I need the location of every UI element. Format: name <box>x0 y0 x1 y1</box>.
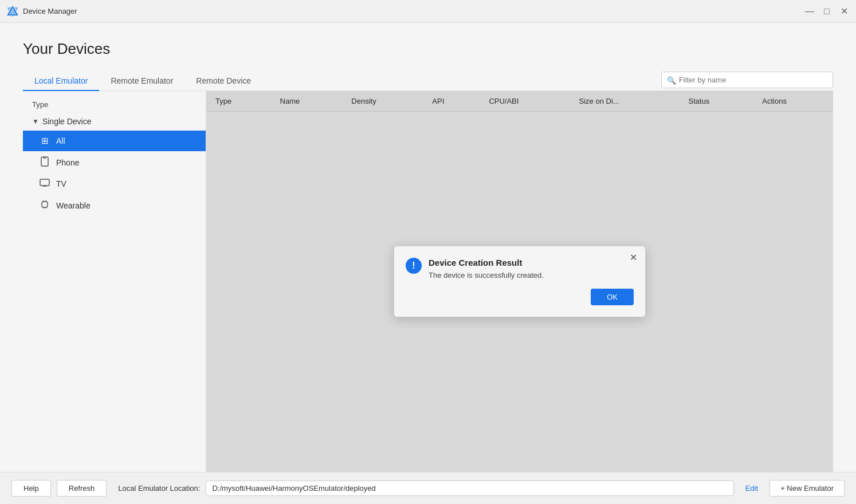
help-button[interactable]: Help <box>11 480 51 497</box>
new-emulator-button[interactable]: + New Emulator <box>769 480 845 497</box>
window-title: Device Manager <box>23 7 804 15</box>
sidebar-item-all[interactable]: ⊞ All <box>23 131 206 151</box>
bottom-bar: Help Refresh Local Emulator Location: Ed… <box>0 472 856 504</box>
tv-icon <box>39 179 50 189</box>
filter-wrapper: 🔍 <box>661 72 833 88</box>
location-label: Local Emulator Location: <box>118 484 200 493</box>
all-icon: ⊞ <box>39 136 50 146</box>
tab-group: Local Emulator Remote Emulator Remote De… <box>23 72 262 90</box>
modal-info-icon: ! <box>406 258 422 274</box>
minimize-button[interactable]: — <box>804 6 815 17</box>
location-input[interactable] <box>206 481 733 496</box>
window-controls: — □ ✕ <box>804 6 849 17</box>
wearable-icon <box>39 199 50 211</box>
sidebar-item-phone-label: Phone <box>56 158 79 167</box>
page-title: Your Devices <box>23 40 833 58</box>
phone-icon <box>39 156 50 168</box>
modal-ok-button[interactable]: OK <box>591 289 634 305</box>
tab-remote-device[interactable]: Remote Device <box>184 72 262 91</box>
sidebar-item-phone[interactable]: Phone <box>23 151 206 174</box>
main-content: Your Devices Local Emulator Remote Emula… <box>0 23 856 472</box>
close-button[interactable]: ✕ <box>839 6 849 17</box>
tab-local-emulator[interactable]: Local Emulator <box>23 72 99 91</box>
sidebar-section-label: Single Device <box>42 117 92 126</box>
edit-link[interactable]: Edit <box>745 484 758 493</box>
filter-input[interactable] <box>661 72 833 88</box>
maximize-button[interactable]: □ <box>822 6 832 17</box>
svg-rect-8 <box>42 202 48 207</box>
sidebar-section-single-device[interactable]: ▼ Single Device <box>23 112 206 131</box>
modal-header: ! Device Creation Result The device is s… <box>394 246 645 279</box>
modal-close-button[interactable]: ✕ <box>630 253 637 262</box>
collapse-arrow-icon: ▼ <box>32 117 39 125</box>
modal-message: The device is successfully created. <box>429 271 634 279</box>
modal-overlay: ! Device Creation Result The device is s… <box>206 91 833 472</box>
sidebar-item-tv-label: TV <box>56 179 66 188</box>
app-logo <box>7 6 18 17</box>
sidebar-item-all-label: All <box>56 136 65 145</box>
modal-footer: OK <box>394 279 645 317</box>
tab-remote-emulator[interactable]: Remote Emulator <box>99 72 184 91</box>
device-creation-modal: ! Device Creation Result The device is s… <box>394 246 646 317</box>
title-bar: Device Manager — □ ✕ <box>0 0 856 23</box>
tabs-bar: Local Emulator Remote Emulator Remote De… <box>23 72 833 91</box>
sidebar-item-tv[interactable]: TV <box>23 174 206 194</box>
search-icon: 🔍 <box>667 76 676 84</box>
sidebar-item-wearable-label: Wearable <box>56 201 91 210</box>
modal-title: Device Creation Result <box>429 258 634 267</box>
sidebar-item-wearable[interactable]: Wearable <box>23 194 206 216</box>
modal-text-area: Device Creation Result The device is suc… <box>429 258 634 279</box>
svg-rect-5 <box>40 179 49 186</box>
main-window: Device Manager — □ ✕ Your Devices Local … <box>0 0 856 504</box>
content-area: Type ▼ Single Device ⊞ All <box>23 91 833 472</box>
sidebar: Type ▼ Single Device ⊞ All <box>23 91 206 472</box>
table-area: Type Name Density API CPU/ABI Size on Di… <box>206 91 833 472</box>
refresh-button[interactable]: Refresh <box>57 480 107 497</box>
sidebar-type-header: Type <box>23 97 206 112</box>
